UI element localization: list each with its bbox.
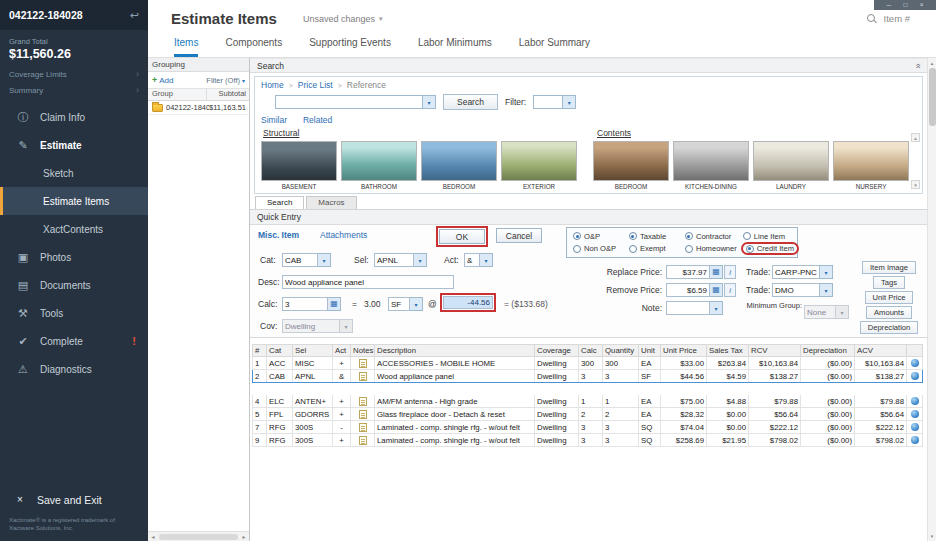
sidebar-link-coverage-limits[interactable]: Coverage Limits› bbox=[0, 66, 148, 82]
add-group-button[interactable]: + Add bbox=[152, 75, 174, 85]
note-icon[interactable] bbox=[359, 436, 367, 445]
column-header-unit-price[interactable]: Unit Price bbox=[661, 345, 707, 357]
note-field[interactable] bbox=[666, 301, 710, 315]
dropdown-button[interactable]: ▾ bbox=[563, 95, 576, 109]
act-field[interactable] bbox=[464, 253, 480, 267]
thumbnail-kitchen-dining[interactable]: KITCHEN-DINING bbox=[673, 141, 749, 190]
column-header-cat[interactable]: Cat bbox=[267, 345, 293, 357]
scroll-down-icon[interactable]: ▾ bbox=[928, 531, 936, 541]
replace-price-info-button[interactable]: i bbox=[724, 265, 736, 279]
collapse-icon[interactable]: » bbox=[912, 63, 922, 68]
filter-button[interactable]: Filter (Off) ▾ bbox=[206, 76, 245, 85]
price-source-icon[interactable] bbox=[911, 423, 919, 431]
sel-field[interactable] bbox=[374, 253, 414, 267]
button-tags[interactable]: Tags bbox=[873, 276, 905, 289]
sidebar-link-summary[interactable]: Summary› bbox=[0, 82, 148, 98]
calc-grid-button[interactable]: ▦ bbox=[328, 297, 341, 311]
unit-dropdown-button[interactable]: ▾ bbox=[410, 297, 423, 311]
trade1-dropdown-button[interactable]: ▾ bbox=[820, 265, 833, 279]
cov-dropdown-button[interactable]: ▾ bbox=[340, 319, 353, 333]
radio-credit-item[interactable]: Credit Item bbox=[743, 244, 797, 253]
button-item-image[interactable]: Item Image bbox=[862, 261, 916, 274]
link-related[interactable]: Related bbox=[303, 115, 332, 125]
tab-search[interactable]: Search bbox=[255, 196, 304, 209]
radio-taxable[interactable]: Taxable bbox=[629, 232, 679, 241]
unit-field[interactable] bbox=[388, 297, 410, 311]
sidebar-item-documents[interactable]: ▤Documents bbox=[0, 271, 148, 299]
vertical-scrollbar[interactable]: ▴ ▾ bbox=[927, 58, 936, 541]
dropdown-button[interactable]: ▾ bbox=[423, 95, 436, 109]
item-number-search[interactable]: Item # bbox=[867, 13, 910, 24]
thumbnail-laundry[interactable]: LAUNDRY bbox=[753, 141, 829, 190]
note-icon[interactable] bbox=[359, 359, 367, 368]
attachments-link[interactable]: Attachments bbox=[320, 230, 367, 240]
price-source-icon[interactable] bbox=[911, 436, 919, 444]
price-source-icon[interactable] bbox=[911, 410, 919, 418]
maximize-button[interactable]: □ bbox=[903, 2, 907, 9]
button-unit-price[interactable]: Unit Price bbox=[865, 291, 914, 304]
desc-field[interactable] bbox=[282, 275, 454, 289]
cov-field[interactable] bbox=[282, 319, 340, 333]
tab-items[interactable]: Items bbox=[174, 37, 198, 57]
radio-homeowner[interactable]: Homeowner bbox=[685, 244, 737, 253]
minimum-group-field[interactable] bbox=[804, 305, 836, 319]
scroll-track[interactable] bbox=[159, 534, 238, 540]
sidebar-item-claim-info[interactable]: ⓘClaim Info bbox=[0, 103, 148, 131]
column-header-acv[interactable]: ACV bbox=[855, 345, 907, 357]
scroll-left-icon[interactable]: ◂ bbox=[148, 533, 158, 540]
remove-price-info-button[interactable]: i bbox=[724, 283, 736, 297]
column-header-group[interactable]: Group bbox=[148, 89, 207, 100]
scroll-thumb[interactable] bbox=[929, 68, 936, 126]
cat-dropdown-button[interactable]: ▾ bbox=[318, 253, 331, 267]
tab-labor-summary[interactable]: Labor Summary bbox=[519, 37, 590, 57]
table-row-item-1[interactable]: 1ACCMISC+ACCESSORIES - MOBILE HOMEDwelli… bbox=[253, 357, 923, 370]
grouping-horizontal-scrollbar[interactable]: ◂ ▸ bbox=[148, 531, 249, 541]
thumbnail-bedroom[interactable]: BEDROOM bbox=[421, 141, 497, 190]
sidebar-item-sketch[interactable]: Sketch bbox=[0, 159, 148, 187]
thumbnail-basement[interactable]: BASEMENT bbox=[261, 141, 337, 190]
misc-item-link[interactable]: Misc. Item bbox=[258, 230, 299, 240]
trade2-dropdown-button[interactable]: ▾ bbox=[820, 283, 833, 297]
trade2-field[interactable] bbox=[772, 283, 820, 297]
price-list-input[interactable] bbox=[275, 95, 423, 109]
price-source-icon[interactable] bbox=[911, 359, 919, 367]
column-header-sel[interactable]: Sel bbox=[293, 345, 333, 357]
sidebar-item-complete[interactable]: ✔Complete! bbox=[0, 327, 148, 355]
tab-macros[interactable]: Macros bbox=[306, 196, 356, 209]
filter-combo[interactable]: ▾ bbox=[533, 95, 576, 109]
column-header-calc[interactable]: Calc bbox=[579, 345, 603, 357]
sidebar-item-diagnostics[interactable]: ⚠Diagnostics bbox=[0, 355, 148, 383]
act-dropdown-button[interactable]: ▾ bbox=[480, 253, 493, 267]
grouping-row[interactable]: 042122-184028$11,163.51 bbox=[148, 101, 249, 115]
note-dropdown-button[interactable]: ▾ bbox=[710, 301, 723, 315]
thumbnail-bathroom[interactable]: BATHROOM bbox=[341, 141, 417, 190]
cat-field[interactable] bbox=[282, 253, 318, 267]
tab-components[interactable]: Components bbox=[225, 37, 282, 57]
note-icon[interactable] bbox=[359, 372, 367, 381]
thumbs-scroll-up-icon[interactable]: ▴ bbox=[911, 133, 920, 142]
category-label-structural[interactable]: Structural bbox=[263, 128, 299, 138]
link-similar[interactable]: Similar bbox=[261, 115, 287, 125]
table-row-item-4[interactable]: 4ELCANTEN++AM/FM antenna - High gradeDwe… bbox=[253, 395, 923, 408]
column-header-act[interactable]: Act bbox=[333, 345, 351, 357]
button-amounts[interactable]: Amounts bbox=[866, 306, 912, 319]
scroll-up-icon[interactable]: ▴ bbox=[928, 58, 936, 68]
radio-exempt[interactable]: Exempt bbox=[629, 244, 679, 253]
column-header-[interactable]: # bbox=[253, 345, 267, 357]
unsaved-changes-status[interactable]: Unsaved changes ▾ bbox=[303, 14, 383, 24]
note-icon[interactable] bbox=[359, 410, 367, 419]
column-header-coverage[interactable]: Coverage bbox=[535, 345, 579, 357]
remove-price-grid-button[interactable]: ▦ bbox=[710, 283, 723, 297]
column-header-rcv[interactable]: RCV bbox=[749, 345, 801, 357]
ok-button[interactable]: OK bbox=[439, 229, 485, 244]
button-depreciation[interactable]: Depreciation bbox=[860, 321, 919, 334]
trade1-field[interactable] bbox=[772, 265, 820, 279]
replace-price-field[interactable] bbox=[666, 265, 710, 279]
sidebar-item-estimate[interactable]: ✎Estimate bbox=[0, 131, 148, 159]
sidebar-item-tools[interactable]: ⚒Tools bbox=[0, 299, 148, 327]
radio-line-item[interactable]: Line Item bbox=[743, 232, 797, 241]
column-header-notes[interactable]: Notes bbox=[351, 345, 375, 357]
sel-dropdown-button[interactable]: ▾ bbox=[414, 253, 427, 267]
remove-price-field[interactable] bbox=[666, 283, 710, 297]
breadcrumb-home[interactable]: Home bbox=[261, 80, 284, 90]
